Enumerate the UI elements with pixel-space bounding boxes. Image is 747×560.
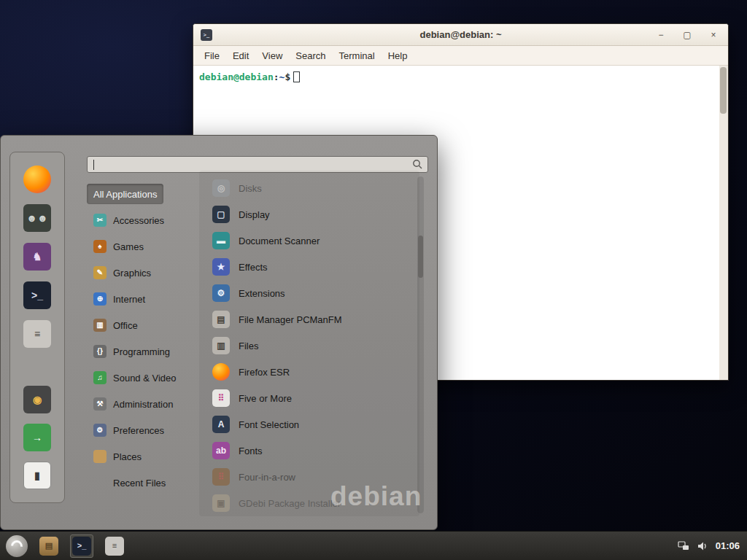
category-administration[interactable]: ⚒ Administration [87, 394, 204, 414]
category-office[interactable]: ▥ Office [87, 315, 204, 335]
category-label: Preferences [113, 425, 164, 436]
category-label: Office [113, 320, 138, 331]
application-label: GDebi Package Installer [239, 498, 341, 509]
app-font-selection-icon: A [212, 416, 230, 433]
terminal-scrollbar[interactable] [719, 66, 728, 380]
category-internet[interactable]: ⊕ Internet [87, 289, 204, 309]
clock[interactable]: 01:06 [716, 540, 740, 551]
menu-scrollbar-thumb[interactable] [418, 236, 423, 278]
close-button[interactable]: × [706, 28, 721, 42]
prompt-separator: : [274, 71, 279, 82]
category-label: Administration [113, 399, 173, 410]
app-disks-icon: ◎ [212, 179, 230, 197]
app-file-manager-pcmanfm[interactable]: ▤ File Manager PCManFM [212, 309, 417, 330]
application-label: Files [239, 341, 258, 351]
favorite-chat-app[interactable]: ♞ [23, 243, 51, 271]
search-icon [412, 159, 423, 170]
menu-edit[interactable]: Edit [226, 47, 255, 64]
category-accessories[interactable]: ✂ Accessories [87, 210, 204, 230]
category-programming[interactable]: {} Programming [87, 341, 204, 362]
shutdown-button[interactable]: ▮ [23, 462, 51, 489]
app-disks[interactable]: ◎ Disks [212, 178, 417, 198]
desktop[interactable]: >_ debian@debian: ~ −▢× FileEditViewSear… [0, 0, 747, 560]
menu-button[interactable] [6, 535, 28, 557]
terminal-titlebar[interactable]: >_ debian@debian: ~ −▢× [193, 24, 728, 46]
category-label: Sound & Video [113, 373, 177, 384]
app-document-scanner[interactable]: ▬ Document Scanner [212, 230, 417, 251]
taskbar-files-icon: ≡ [105, 537, 124, 556]
application-label: Fonts [239, 446, 263, 456]
favorite-contacts[interactable]: ☻☻ [23, 204, 51, 232]
app-files-icon: ▥ [212, 337, 230, 354]
prompt-user-host: debian@debian [199, 71, 274, 82]
app-five-or-more-icon: ⠿ [212, 389, 230, 407]
taskbar-terminal[interactable]: >_ [70, 534, 93, 558]
lock-screen-button[interactable]: ◉ [23, 386, 51, 413]
network-icon[interactable] [678, 540, 689, 552]
favorite-firefox[interactable] [23, 166, 51, 193]
category-places[interactable]: Places [87, 446, 204, 467]
category-games[interactable]: ♠ Games [87, 236, 204, 257]
taskbar-files[interactable]: ≡ [103, 534, 126, 558]
app-file-manager-pcmanfm-icon: ▤ [212, 311, 230, 328]
volume-icon[interactable] [697, 540, 708, 552]
category-all-applications[interactable]: All Applications [87, 184, 163, 204]
lock-screen-button-icon: ◉ [23, 386, 51, 413]
app-four-in-a-row-icon: ⠿ [212, 468, 230, 486]
favorite-terminal[interactable]: >_ [23, 281, 51, 309]
category-office-icon: ▥ [93, 319, 107, 332]
app-firefox-esr-icon [212, 363, 230, 381]
app-firefox-esr[interactable]: Firefox ESR [212, 362, 417, 382]
category-graphics[interactable]: ✎ Graphics [87, 262, 204, 283]
terminal-window-icon: >_ [201, 29, 212, 41]
maximize-button[interactable]: ▢ [680, 28, 694, 42]
debian-watermark: debian [330, 481, 422, 512]
app-display-icon: ▢ [212, 206, 230, 223]
app-effects[interactable]: ★ Effects [212, 257, 417, 277]
menu-file[interactable]: File [198, 47, 226, 64]
application-label: Document Scanner [239, 236, 320, 246]
app-extensions[interactable]: ⚙ Extensions [212, 283, 417, 303]
taskbar-file-manager[interactable]: ▤ [37, 534, 61, 558]
menu-search[interactable]: Search [289, 47, 332, 64]
category-preferences-icon: ⚙ [93, 424, 107, 437]
category-sound-video-icon: ♫ [93, 371, 107, 384]
favorite-firefox-icon [23, 166, 51, 193]
category-sound-video[interactable]: ♫ Sound & Video [87, 368, 204, 388]
app-fonts-icon: ab [212, 442, 230, 459]
terminal-scrollbar-thumb[interactable] [720, 67, 727, 114]
category-label: Games [113, 241, 144, 252]
category-places-icon [93, 450, 107, 463]
category-preferences[interactable]: ⚙ Preferences [87, 420, 204, 440]
logout-button[interactable]: → [23, 424, 51, 451]
category-list: All Applications ✂ Accessories ♠ Games ✎… [87, 184, 204, 499]
application-label: Font Selection [239, 419, 299, 430]
app-gdebi-package-installer-icon: ▣ [212, 494, 230, 512]
menu-help[interactable]: Help [382, 47, 414, 64]
minimize-button[interactable]: − [654, 28, 668, 42]
taskbar-terminal-icon: >_ [72, 537, 91, 556]
favorite-software-icon: ≡ [23, 320, 51, 348]
application-label: Firefox ESR [239, 367, 290, 378]
category-recent-files[interactable]: Recent Files [87, 472, 204, 493]
category-label: Graphics [113, 268, 151, 279]
app-display[interactable]: ▢ Display [212, 204, 417, 225]
category-games-icon: ♠ [93, 240, 107, 253]
category-graphics-icon: ✎ [93, 266, 107, 279]
app-five-or-more[interactable]: ⠿ Five or More [212, 388, 417, 408]
favorite-chat-app-icon: ♞ [23, 243, 51, 271]
application-label: Five or More [239, 393, 292, 404]
taskbar-file-manager-icon: ▤ [39, 537, 58, 556]
app-fonts[interactable]: ab Fonts [212, 440, 417, 461]
app-document-scanner-icon: ▬ [212, 232, 230, 249]
menu-terminal[interactable]: Terminal [333, 47, 382, 64]
menu-scrollbar[interactable] [417, 176, 424, 513]
app-files[interactable]: ▥ Files [212, 335, 417, 356]
menu-view[interactable]: View [255, 47, 289, 64]
app-font-selection[interactable]: A Font Selection [212, 414, 417, 435]
application-label: Display [239, 209, 270, 220]
application-label: File Manager PCManFM [239, 314, 342, 325]
favorite-software[interactable]: ≡ [23, 320, 51, 348]
terminal-window-title: debian@debian: ~ [193, 29, 728, 40]
taskbar: ▤ >_ ≡ 01:06 [0, 531, 747, 560]
